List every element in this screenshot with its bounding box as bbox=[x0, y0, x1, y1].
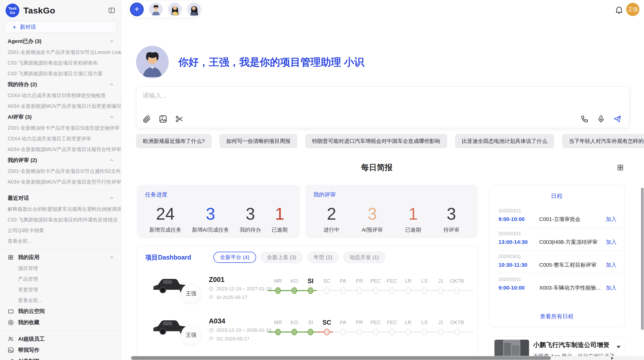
chevron-up-icon bbox=[109, 82, 114, 87]
sidebar-item-favorites[interactable]: 我的收藏 bbox=[0, 317, 121, 328]
vertical-scrollbar-thumb[interactable] bbox=[641, 188, 644, 330]
stat-item: 3 新增AI完成任务 bbox=[192, 205, 229, 233]
sidebar-task-item[interactable]: C0X4-动力总成开发项目工程变更评审 bbox=[0, 133, 121, 144]
horizontal-scrollbar-thumb[interactable] bbox=[131, 356, 551, 360]
section-header-ai-review[interactable]: AI评审 (3) bbox=[0, 111, 121, 123]
sidebar-task-item[interactable]: C02-飞腾新能源轻客改款项目立项汇报方案 bbox=[0, 68, 121, 79]
agent-avatar-1[interactable] bbox=[149, 3, 163, 16]
scroll-down-arrow[interactable] bbox=[617, 346, 621, 348]
schedule-join-link[interactable]: 加入 bbox=[606, 261, 617, 268]
milestone-dot bbox=[275, 329, 281, 335]
sidebar-task-item[interactable]: A034-全新新能源MUV产品开发项目法规符合性评审 bbox=[0, 144, 121, 155]
schedule-list: 2025/03/11 9:00-10:00 C001-立项审批会 加入 2025… bbox=[489, 205, 624, 296]
suggestion-chip[interactable]: 比亚迪全固态电池计划具体说了什么 bbox=[455, 134, 554, 148]
divider bbox=[0, 190, 121, 190]
sidebar-header: Task Go TaskGo bbox=[0, 0, 121, 20]
agent-done-list: Z001-全新燃油皮卡产品开发项目SI节点Lesson Learn报告C02-飞… bbox=[0, 47, 121, 79]
sidebar-task-item[interactable]: Z001-全新燃油轻卡产品开发项目SI节点属性5D文件评审 bbox=[0, 166, 121, 176]
apps-view-all[interactable]: 查看全部... bbox=[0, 295, 121, 306]
recent-chats-list: 解释最新出台的欧盟报废车法规再生塑料比例被调至15%...C02-飞腾新能源轻客… bbox=[0, 204, 121, 236]
milestone-label: PEC bbox=[368, 319, 384, 326]
app-item[interactable]: 产品管理 bbox=[0, 274, 121, 284]
sidebar-task-item[interactable]: Z001-全新燃油轻卡产品开发项目SI造型提交物评审 bbox=[0, 123, 121, 133]
chevron-up-icon bbox=[109, 114, 114, 120]
add-agent-button[interactable]: + bbox=[130, 3, 144, 16]
image-upload-icon[interactable] bbox=[159, 115, 167, 123]
project-row-z001[interactable]: 王强 Z001 2023-12-19 ~ 2027-01-19 SI-2025-… bbox=[137, 274, 477, 312]
recent-chats-view-all[interactable]: 查看全部... bbox=[0, 236, 121, 246]
attachment-icon[interactable] bbox=[142, 115, 151, 123]
milestone-dot bbox=[373, 287, 378, 294]
schedule-time: 13:00-14:30 bbox=[499, 239, 539, 245]
project-dates: 2023-12-19 ~ 2027-01-19 bbox=[209, 286, 271, 292]
recent-chat-item[interactable]: C02-飞腾新能源轻客改款项目的闭环通告反馈情况 bbox=[0, 214, 121, 225]
sidebar-item-my-apps[interactable]: 我的应用 bbox=[0, 252, 121, 263]
sidebar-item-creative-draw[interactable]: 创意制图 bbox=[0, 356, 121, 360]
milestone-label: PR bbox=[351, 319, 368, 326]
schedule-join-link[interactable]: 加入 bbox=[606, 216, 617, 223]
agent-avatar-2[interactable] bbox=[168, 3, 182, 16]
agent-avatar-3[interactable] bbox=[187, 3, 201, 16]
sidebar-item-cloud-space[interactable]: 我的云空间 bbox=[0, 306, 121, 317]
sidebar-task-item[interactable]: A034-全新新能源MUV产品开发项目计划变更表编写 bbox=[0, 101, 121, 111]
project-code: A034 bbox=[209, 317, 225, 325]
sidebar-task-item[interactable]: Z001-全新燃油皮卡产品开发项目SI节点Lesson Learn报告 bbox=[0, 47, 121, 57]
app-item[interactable]: 变更管理 bbox=[0, 284, 121, 295]
schedule-view-all[interactable]: 查看所有日程 bbox=[489, 313, 624, 320]
recent-chat-item[interactable]: 解释最新出台的欧盟报废车法规再生塑料比例被调至15%... bbox=[0, 204, 121, 214]
section-header-recent-chats[interactable]: 最近对话 bbox=[0, 192, 121, 204]
section-header-my-todo[interactable]: 我的待办 (2) bbox=[0, 79, 121, 90]
notification-bell-icon[interactable] bbox=[614, 5, 624, 14]
mic-icon[interactable] bbox=[597, 115, 605, 123]
suggestion-chip[interactable]: 当下年轻人对汽车外观有怎样的喜好趋势 bbox=[562, 134, 644, 148]
dashboard-tab[interactable]: 年型 (2) bbox=[307, 252, 339, 263]
collapse-sidebar-icon[interactable] bbox=[108, 7, 115, 14]
schedule-join-link[interactable]: 加入 bbox=[606, 238, 617, 246]
sidebar-item-help-write[interactable]: 帮我写作 bbox=[0, 344, 121, 356]
sidebar-task-item[interactable]: A034-全新新能源MUV产品开发项目造型可行性评审 bbox=[0, 176, 121, 187]
send-icon[interactable] bbox=[613, 115, 622, 123]
chat-input[interactable] bbox=[142, 91, 549, 107]
quill-icon bbox=[8, 358, 14, 360]
user-avatar[interactable]: 王强 bbox=[626, 3, 639, 16]
project-row-a034[interactable]: 王强 A034 2023-12-19 ~ 2026-01-19 SC-2025-… bbox=[137, 315, 477, 353]
project-dates: 2023-12-19 ~ 2026-01-19 bbox=[209, 327, 271, 333]
phone-icon[interactable] bbox=[580, 115, 589, 123]
milestone-label: OKTB bbox=[449, 277, 465, 284]
sidebar-task-item[interactable]: C0X4-动力总成开发项目SI里程碑提交物检查 bbox=[0, 90, 121, 101]
app-item[interactable]: 项目管理 bbox=[0, 263, 121, 274]
suggestion-chip[interactable]: 特朗普可能对进口汽车增税会对中国车企造成哪些影响 bbox=[305, 134, 447, 148]
recent-chat-item[interactable]: 公司Q3轻卡销量 bbox=[0, 225, 121, 236]
suggestion-chip[interactable]: 欧洲新规最近颁布了什么? bbox=[136, 134, 212, 148]
scissors-icon[interactable] bbox=[175, 115, 184, 123]
briefing-grid-icon[interactable] bbox=[617, 164, 624, 171]
new-chat-button[interactable]: + 新对话 bbox=[5, 21, 116, 33]
milestone: PA bbox=[335, 315, 351, 343]
stat-label: 已逾期 bbox=[405, 226, 421, 233]
section-header-my-review[interactable]: 我的评审 (2) bbox=[0, 155, 121, 166]
project-owner-badge: 王强 bbox=[181, 325, 201, 345]
milestone: SI bbox=[302, 315, 319, 343]
schedule-join-link[interactable]: 加入 bbox=[606, 284, 617, 291]
stat-label: 我的待办 bbox=[240, 226, 261, 233]
cloud-space-icon bbox=[8, 308, 14, 314]
scroll-right-arrow[interactable] bbox=[611, 357, 613, 360]
milestone-dot bbox=[357, 329, 362, 335]
milestone-label: J1 bbox=[433, 319, 449, 326]
dashboard-tab[interactable]: 全新平台 (4) bbox=[213, 252, 256, 263]
milestone-label: PR bbox=[351, 277, 368, 284]
sidebar-item-ai-staff[interactable]: AI超级员工 bbox=[0, 333, 121, 344]
sidebar-task-item[interactable]: C02-飞腾新能源轻客改款项目里程碑画布 bbox=[0, 57, 121, 68]
milestone-strip: MR KO SI SC bbox=[270, 274, 465, 302]
chevron-up-icon bbox=[109, 195, 114, 201]
suggestion-chip[interactable]: 如何写一份清晰的项目周报 bbox=[219, 134, 297, 148]
schedule-event-title: C001-立项审批会 bbox=[539, 216, 603, 223]
dashboard-tab[interactable]: 全新上装 (3) bbox=[261, 252, 303, 263]
milestone: PA bbox=[335, 274, 351, 302]
my-review-card: 我的评审 2 进行中 3 AI预评审 1 已逾期 3 bbox=[305, 185, 478, 238]
dashboard-tab[interactable]: 动总开发 (1) bbox=[343, 252, 386, 263]
section-header-agent-done[interactable]: Agent已办 (3) bbox=[0, 36, 121, 47]
milestone-label: LS bbox=[416, 319, 433, 326]
milestone: PR bbox=[351, 315, 368, 343]
star-circle-icon bbox=[8, 319, 14, 326]
